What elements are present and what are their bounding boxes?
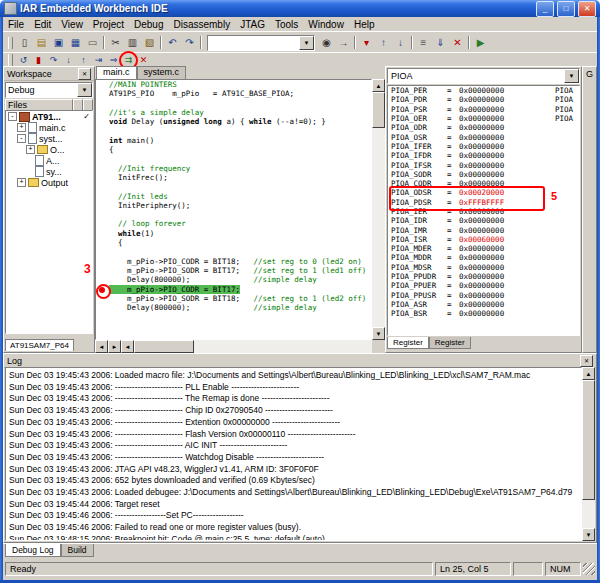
find-next-button[interactable]: → bbox=[335, 35, 352, 51]
code-line[interactable] bbox=[96, 247, 371, 256]
code-line[interactable]: m_pPio->PIO_SODR = BIT18; //set reg to 1… bbox=[96, 294, 371, 303]
register-group-dropdown-icon[interactable]: ▼ bbox=[564, 69, 579, 83]
code-line[interactable]: Delay(800000); //simple delay bbox=[96, 275, 371, 284]
workspace-config-dropdown-icon[interactable]: ▼ bbox=[77, 83, 92, 97]
editor-tab-system-c[interactable]: system.c bbox=[137, 66, 187, 79]
register-row-pioa-isr[interactable]: PIOA_ISR=0x00060000 bbox=[388, 235, 579, 244]
docked-pane-g[interactable]: G bbox=[582, 66, 597, 353]
menu-disassembly[interactable]: Disassembly bbox=[168, 19, 235, 30]
code-line[interactable] bbox=[96, 182, 371, 191]
register-row-pioa-ifsr[interactable]: PIOA_IFSR=0x00000000 bbox=[388, 160, 579, 169]
log-close-icon[interactable]: ✕ bbox=[580, 355, 593, 367]
register-row-pioa-osr[interactable]: PIOA_OSR=0x00000000 bbox=[388, 132, 579, 141]
code-line[interactable]: //MAIN POINTERS bbox=[96, 80, 371, 89]
go-button[interactable]: ⇉ bbox=[121, 54, 136, 67]
code-line[interactable] bbox=[96, 154, 371, 163]
register-group-select[interactable]: PIOA ▼ bbox=[387, 68, 580, 84]
code-line[interactable]: AT91PS_PIO m_pPio = AT91C_BASE_PIOA; bbox=[96, 89, 371, 98]
register-row-pioa-pdr[interactable]: PIOA_PDR=0x00000000PIOA bbox=[388, 95, 579, 104]
tree-item-output[interactable]: +Output bbox=[6, 177, 92, 188]
tree-expander-icon[interactable]: - bbox=[17, 134, 26, 143]
tab-debug-log[interactable]: Debug Log bbox=[5, 544, 61, 557]
next-bookmark-button[interactable]: ↓ bbox=[392, 35, 409, 51]
code-line[interactable]: InitPeriphery(); bbox=[96, 201, 371, 210]
register-row-pioa-odr[interactable]: PIOA_ODR=0x00000000 bbox=[388, 123, 579, 132]
log-scroll-up-icon[interactable]: ▲ bbox=[582, 367, 595, 380]
menu-tools[interactable]: Tools bbox=[270, 19, 303, 30]
register-row-pioa-ifer[interactable]: PIOA_IFER=0x00000000 bbox=[388, 142, 579, 151]
workspace-close-icon[interactable]: ✕ bbox=[78, 68, 91, 80]
register-row-pioa-psr[interactable]: PIOA_PSR=0x00000000PIOA bbox=[388, 105, 579, 114]
menu-view[interactable]: View bbox=[56, 19, 88, 30]
code-line[interactable]: m_pPio->PIO_CODR = BIT17; bbox=[96, 285, 371, 294]
register-row-pioa-bsr[interactable]: PIOA_BSR=0x00000000 bbox=[388, 309, 579, 318]
debug-toolbar-grip[interactable] bbox=[8, 54, 13, 66]
find-button[interactable]: ◉ bbox=[318, 35, 335, 51]
download-and-debug-button[interactable]: ▶ bbox=[472, 35, 489, 51]
register-tab-1[interactable]: Register bbox=[429, 337, 471, 349]
code-line[interactable]: //Init frequency bbox=[96, 164, 371, 173]
workspace-tab-project[interactable]: AT91SAM7_P64 bbox=[5, 339, 74, 351]
step-out-button[interactable]: ↑ bbox=[76, 54, 91, 67]
log-vertical-scrollbar[interactable]: ▲ ▼ bbox=[582, 367, 595, 541]
scroll-up-icon[interactable]: ▲ bbox=[372, 79, 385, 92]
toggle-bookmark-button[interactable]: ▾ bbox=[358, 35, 375, 51]
copy-button[interactable]: ▥ bbox=[124, 35, 141, 51]
code-line[interactable]: InitFrec(); bbox=[96, 173, 371, 182]
code-line[interactable] bbox=[96, 126, 371, 135]
tab-scroll-right-icon[interactable]: ► bbox=[108, 340, 121, 353]
register-row-pioa-ppuer[interactable]: PIOA_PPUER=0x00000000 bbox=[388, 281, 579, 290]
redo-button[interactable]: ↷ bbox=[181, 35, 198, 51]
register-row-pioa-oer[interactable]: PIOA_OER=0x00000000PIOA bbox=[388, 114, 579, 123]
menu-project[interactable]: Project bbox=[88, 19, 129, 30]
menu-help[interactable]: Help bbox=[349, 19, 380, 30]
log-scroll-down-icon[interactable]: ▼ bbox=[582, 528, 595, 541]
open-file-button[interactable]: ▤ bbox=[33, 35, 50, 51]
code-line[interactable]: int main() bbox=[96, 136, 371, 145]
code-line[interactable]: void Delay (unsigned long a) { while (--… bbox=[96, 117, 371, 126]
code-line[interactable]: // loop forever bbox=[96, 219, 371, 228]
code-line[interactable]: { bbox=[96, 145, 371, 154]
register-row-pioa-imr[interactable]: PIOA_IMR=0x00000000 bbox=[388, 225, 579, 234]
editor-tab-main-c[interactable]: main.c bbox=[96, 66, 137, 79]
tab-scroll-left-icon[interactable]: ◄ bbox=[95, 340, 108, 353]
tree-expander-icon[interactable]: + bbox=[17, 178, 26, 187]
code-line[interactable]: Delay(800000); //simple delay bbox=[96, 303, 371, 312]
tree-item-o[interactable]: +O... bbox=[6, 144, 92, 155]
code-line[interactable]: //Init leds bbox=[96, 192, 371, 201]
code-line[interactable] bbox=[96, 99, 371, 108]
scroll-down-icon[interactable]: ▼ bbox=[372, 327, 385, 340]
code-line[interactable]: //it's a simple delay bbox=[96, 108, 371, 117]
tree-item-a[interactable]: A... bbox=[6, 155, 92, 166]
register-row-pioa-mddr[interactable]: PIOA_MDDR=0x00000000 bbox=[388, 253, 579, 262]
menu-debug[interactable]: Debug bbox=[129, 19, 168, 30]
register-row-pioa-ppusr[interactable]: PIOA_PPUSR=0x00000000 bbox=[388, 291, 579, 300]
register-row-pioa-ifdr[interactable]: PIOA_IFDR=0x00000000 bbox=[388, 151, 579, 160]
previous-bookmark-button[interactable]: ↑ bbox=[375, 35, 392, 51]
paste-button[interactable]: ▧ bbox=[141, 35, 158, 51]
register-row-pioa-mdsr[interactable]: PIOA_MDSR=0x00000000 bbox=[388, 263, 579, 272]
log-vscroll-thumb[interactable] bbox=[582, 380, 595, 500]
tree-expander-icon[interactable]: - bbox=[8, 112, 17, 121]
next-statement-button[interactable]: ⇥ bbox=[91, 54, 106, 67]
maximize-button[interactable]: □ bbox=[557, 1, 575, 17]
code-line[interactable] bbox=[96, 210, 371, 219]
register-row-pioa-odsr[interactable]: PIOA_ODSR=0x00020000 bbox=[388, 188, 579, 197]
resize-grip[interactable] bbox=[583, 563, 595, 575]
register-row-pioa-asr[interactable]: PIOA_ASR=0x00000000 bbox=[388, 300, 579, 309]
register-row-pioa-mder[interactable]: PIOA_MDER=0x00000000 bbox=[388, 244, 579, 253]
make-button[interactable]: ⇓ bbox=[432, 35, 449, 51]
stop-build-button[interactable]: ✕ bbox=[449, 35, 466, 51]
find-combo[interactable]: ▼ bbox=[207, 35, 315, 51]
register-tab-0[interactable]: Register bbox=[387, 337, 429, 349]
tab-build[interactable]: Build bbox=[61, 544, 94, 557]
scroll-left-icon[interactable]: ◄ bbox=[121, 340, 134, 353]
undo-button[interactable]: ↶ bbox=[164, 35, 181, 51]
register-row-pioa-ier[interactable]: PIOA_IER=0x00000000 bbox=[388, 207, 579, 216]
code-area[interactable]: //MAIN POINTERSAT91PS_PIO m_pPio = AT91C… bbox=[95, 79, 372, 340]
register-row-pioa-ppudr[interactable]: PIOA_PPUDR=0x00000000 bbox=[388, 272, 579, 281]
tree-expander-icon[interactable]: + bbox=[26, 145, 35, 154]
tree-item-sy[interactable]: sy... bbox=[6, 166, 92, 177]
step-over-button[interactable]: ↷ bbox=[46, 54, 61, 67]
menu-file[interactable]: File bbox=[3, 19, 29, 30]
